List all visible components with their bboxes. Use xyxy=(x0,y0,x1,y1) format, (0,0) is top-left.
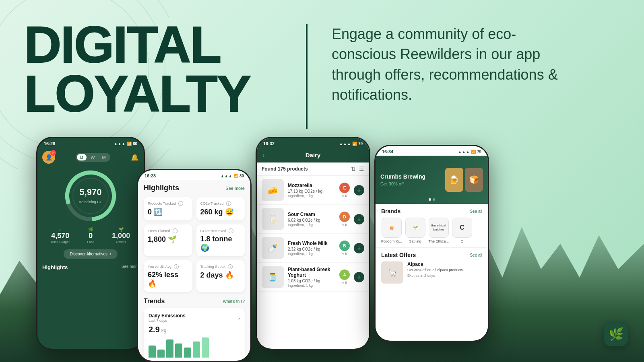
brand-popcorn[interactable]: 🍿 Popcorn Ki... xyxy=(381,218,402,243)
product-co2-yoghurt: 1.03 kg CO2e / kg xyxy=(288,279,335,283)
phone2-whats-this[interactable]: What's this? xyxy=(223,299,245,304)
vertical-divider xyxy=(306,24,308,129)
phone4-brands-section: Brands See all 🍿 Popcorn Ki... 🌱 Sapling xyxy=(376,204,488,247)
product-add-yoghurt[interactable]: + xyxy=(354,272,364,282)
phone4-brands-list: 🍿 Popcorn Ki... 🌱 Sapling the ethical bu… xyxy=(381,218,482,243)
phone3-back-icon[interactable]: ‹ xyxy=(262,152,264,159)
phone1-stat-food: 🌿 0 Food xyxy=(87,227,94,244)
banner-img-1: 🍺 xyxy=(445,168,463,192)
phone2-card-value-1: 0 🔃 xyxy=(148,208,188,216)
phone2-card-tracked: Products Tracked i 0 🔃 xyxy=(144,197,192,220)
banner-dots xyxy=(429,198,435,201)
phone2-emissions-card: Daily Emissions Last 7 days › 2.9 kg xyxy=(144,308,245,362)
product-name-sour-cream: Sour Cream xyxy=(288,212,335,217)
phone2-emissions-unit: kg xyxy=(161,328,167,333)
phone2-emissions-title: Daily Emissions xyxy=(149,313,186,319)
phone2-card-label-6: Tracking Streak i xyxy=(200,264,241,269)
phone1-badge: 2 xyxy=(50,150,56,156)
phone4-brands-see-all[interactable]: See all xyxy=(470,209,482,214)
phone1-frame: 16:28 ▲▲▲ 📶 80 👤 2 D xyxy=(36,137,145,350)
emissions-chevron-icon[interactable]: › xyxy=(238,316,240,321)
phone1-budget-value: 4,570 xyxy=(51,232,70,240)
info-icon-3: i xyxy=(173,228,178,233)
phone1-tab-m[interactable]: M xyxy=(99,154,109,160)
phone1-discover-button[interactable]: Discover Alternatives › xyxy=(64,249,118,259)
product-co2-mozzarella: 17.13 kg CO2e / kg xyxy=(288,189,335,193)
product-add-whole-milk[interactable]: + xyxy=(354,243,364,253)
brand-logo-c: C xyxy=(452,218,472,238)
phone3-frame: 16:32 ▲▲▲ 📶 79 ‹ Dairy Found 175 product… xyxy=(256,137,370,350)
brand-ethical-butcher[interactable]: the ethical butcher The Ethica... xyxy=(429,218,449,243)
phone2-card-value-6: 2 days 🔥 xyxy=(200,271,241,280)
discover-btn-label: Discover Alternatives xyxy=(70,252,107,256)
phone4-offers-see-all[interactable]: See all xyxy=(470,253,482,257)
phone1-see-more[interactable]: See more xyxy=(122,264,139,270)
dot-1 xyxy=(429,198,431,201)
product-img-yoghurt: 🫙 xyxy=(262,266,284,288)
phone1-time: 16:28 xyxy=(44,141,55,146)
phone1-gauge-label: Remaining CC xyxy=(79,200,103,204)
product-sub-whole-milk: Ingredient, 1 kg xyxy=(288,252,335,256)
phone1-gauge: 5,970 Remaining CC xyxy=(62,168,119,224)
phone1-food-label: Food xyxy=(87,240,94,244)
phone2-card-label-5: You vs UK Avg i xyxy=(148,264,188,269)
phone2-card-streak: Tracking Streak i 2 days 🔥 xyxy=(196,260,245,292)
bar-7 xyxy=(202,337,209,358)
phone2-time: 16:28 xyxy=(144,173,156,178)
phone2-cards-grid: Products Tracked i 0 🔃 CO2e Tracked i 26… xyxy=(144,197,245,292)
phone1-stat-budget: ○ 4,570 Base Budget xyxy=(51,227,70,244)
phone2-see-more[interactable]: See more xyxy=(225,186,245,191)
phone1-tab-d[interactable]: D xyxy=(77,154,87,160)
phone1-tabs[interactable]: D W M xyxy=(76,153,110,162)
phone4-status-bar: 16:34 ▲▲▲ 📶 79 xyxy=(376,146,488,156)
product-img-mozzarella: 🧀 xyxy=(262,179,284,201)
phone2-emissions-header: Daily Emissions Last 7 days › xyxy=(149,313,240,324)
brand-name-c: C xyxy=(461,239,464,243)
brand-name-sapling: Sapling xyxy=(409,239,421,243)
phone2-card-co2: CO2e Tracked i 260 kg 😅 xyxy=(196,197,245,220)
phone2-card-label-4: CO2e Removed i xyxy=(200,228,241,233)
banner-brand-name: Crumbs Brewing xyxy=(380,173,445,180)
product-whole-milk: 🍼 Fresh Whole Milk 2.32 kg CO2e / kg Ing… xyxy=(257,234,369,263)
hero-description: Engage a community of eco-conscious Reew… xyxy=(332,24,573,105)
product-info-whole-milk: Fresh Whole Milk 2.32 kg CO2e / kg Ingre… xyxy=(288,241,335,256)
phone2-card-label-3: Trees Planted i xyxy=(148,228,188,233)
brand-sapling[interactable]: 🌱 Sapling xyxy=(405,218,425,243)
phone1-bell-icon[interactable]: 🔔 xyxy=(131,154,139,161)
phone2-wrapper: 16:28 ▲▲▲ 📶 80 Highlights See more xyxy=(137,169,252,362)
phone2-content: Highlights See more Products Tracked i 0… xyxy=(138,180,250,359)
info-icon-5: i xyxy=(174,264,179,269)
phone2-card-value-2: 260 kg 😅 xyxy=(200,208,241,216)
phone1-gauge-container: 5,970 Remaining CC xyxy=(42,168,139,224)
product-add-mozzarella[interactable]: + xyxy=(354,185,364,195)
sort-icon[interactable]: ⇅ xyxy=(351,166,356,172)
description-section: Engage a community of eco-conscious Reew… xyxy=(332,20,620,105)
leaf-button[interactable]: 🌿 xyxy=(604,322,628,346)
brand-c[interactable]: C C xyxy=(452,218,472,243)
phone4-time: 16:34 xyxy=(382,149,393,154)
brand-logo-ethical-butcher: the ethical butcher xyxy=(429,218,449,238)
banner-img-2: 🍞 xyxy=(465,168,483,192)
phone1-tab-w[interactable]: W xyxy=(87,154,98,160)
offer-desc-alpaca: Get 30% off on all Alpaca products xyxy=(407,268,463,273)
product-badge-sour-cream: D xyxy=(339,212,350,222)
product-add-sour-cream[interactable]: + xyxy=(354,214,364,224)
product-name-whole-milk: Fresh Whole Milk xyxy=(288,241,335,246)
phone3-title: Dairy xyxy=(305,152,321,158)
product-info-yoghurt: Plant-based Greek Yoghurt 1.03 kg CO2e /… xyxy=(288,267,335,288)
phone2-bar-chart xyxy=(149,337,240,358)
phone3-product-list: 🧀 Mozzarella 17.13 kg CO2e / kg Ingredie… xyxy=(257,176,369,292)
phone3-status-bar: 16:32 ▲▲▲ 📶 79 xyxy=(257,138,369,148)
phone3-time: 16:32 xyxy=(263,141,275,146)
filter-icon[interactable]: ☰ xyxy=(359,166,364,172)
product-sub-yoghurt: Ingredient, 1 kg xyxy=(288,284,335,288)
phone1-food-value: 0 xyxy=(87,232,94,240)
phone1-wrapper: 16:28 ▲▲▲ 📶 80 👤 2 D xyxy=(36,137,145,350)
product-sub-mozzarella: Ingredient, 1 kg xyxy=(288,194,335,198)
phone2-header: Highlights See more xyxy=(144,184,245,192)
phone4-signal: ▲▲▲ 📶 79 xyxy=(458,150,481,154)
product-info-sour-cream: Sour Cream 6.02 kg CO2e / kg Ingredient,… xyxy=(288,212,335,227)
phone1-gauge-text: 5,970 Remaining CC xyxy=(79,187,103,205)
phone4-banner: Crumbs Brewing Get 30% off 🍺 🍞 xyxy=(376,156,488,204)
phones-area: 16:28 ▲▲▲ 📶 80 👤 2 D xyxy=(0,137,644,362)
